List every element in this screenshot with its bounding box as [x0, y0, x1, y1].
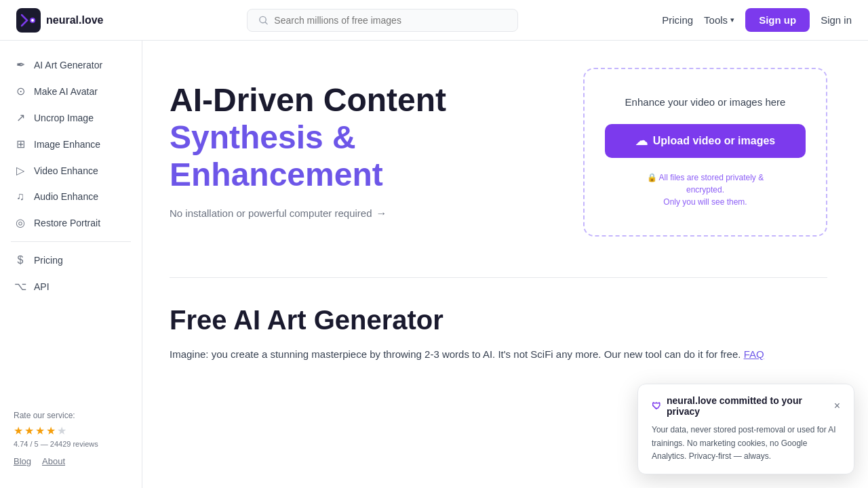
sidebar-nav: ✒ AI Art Generator ⊙ Make AI Avatar ↗ Un… — [0, 52, 142, 300]
privacy-note-line1: All files are stored privately & — [658, 173, 764, 182]
privacy-popup-header: 🛡 neural.love committed to your privacy … — [652, 395, 840, 417]
upload-card: Enhance your video or images here ☁ Uplo… — [583, 68, 827, 237]
stars: ★ ★ ★ ★ ★ — [14, 424, 128, 437]
ai-art-icon: ✒ — [14, 58, 27, 71]
star-5: ★ — [57, 424, 66, 437]
sidebar-label-api: API — [34, 281, 50, 292]
rate-label: Rate our service: — [14, 411, 128, 420]
hero-title-line3: Enhancement — [170, 156, 556, 193]
free-art-desc-text: Imagine: you create a stunning masterpie… — [170, 348, 741, 360]
audio-enhance-icon: ♫ — [14, 190, 27, 203]
signin-link[interactable]: Sign in — [821, 14, 852, 26]
upload-icon: ☁ — [635, 134, 648, 148]
sidebar-item-pricing[interactable]: $ Pricing — [0, 247, 142, 273]
pricing-icon: $ — [14, 254, 27, 266]
sidebar-label-uncrop: Uncrop Image — [34, 113, 94, 123]
svg-point-2 — [31, 19, 34, 22]
rate-section: Rate our service: ★ ★ ★ ★ ★ 4.74 / 5 — 2… — [0, 403, 142, 453]
sidebar-label-pricing: Pricing — [34, 255, 63, 266]
pricing-nav-link[interactable]: Pricing — [662, 14, 693, 26]
restore-portrait-icon: ◎ — [14, 216, 27, 229]
sidebar-item-video-enhance[interactable]: ▷ Video Enhance — [0, 157, 142, 184]
sidebar-label-restore-portrait: Restore Portrait — [34, 218, 100, 228]
video-enhance-icon: ▷ — [14, 164, 27, 177]
uncrop-icon: ↗ — [14, 111, 27, 124]
sidebar-item-image-enhance[interactable]: ⊞ Image Enhance — [0, 131, 142, 157]
upload-btn-label: Upload video or images — [653, 135, 775, 147]
logo-icon — [16, 8, 41, 33]
sidebar-item-uncrop-image[interactable]: ↗ Uncrop Image — [0, 104, 142, 131]
privacy-popup-title-text: neural.love committed to your privacy — [667, 395, 834, 417]
sidebar-label-avatar: Make AI Avatar — [34, 86, 98, 97]
header-right: Pricing Tools ▾ Sign up Sign in — [662, 8, 852, 32]
shield-icon: 🛡 — [652, 401, 661, 411]
signup-button[interactable]: Sign up — [745, 8, 810, 32]
chevron-down-icon: ▾ — [730, 16, 734, 24]
hero-text: AI-Driven Content Synthesis & Enhancemen… — [170, 68, 556, 220]
star-1: ★ — [14, 424, 23, 437]
search-icon — [258, 15, 269, 26]
avatar-icon: ⊙ — [14, 85, 27, 98]
search-bar[interactable] — [247, 9, 518, 32]
footer-link-blog[interactable]: Blog — [14, 456, 31, 466]
sidebar-label-audio-enhance: Audio Enhance — [34, 191, 98, 202]
hero-section: AI-Driven Content Synthesis & Enhancemen… — [170, 68, 827, 237]
sidebar-bottom: Rate our service: ★ ★ ★ ★ ★ 4.74 / 5 — 2… — [0, 403, 142, 477]
sidebar: ✒ AI Art Generator ⊙ Make AI Avatar ↗ Un… — [0, 41, 142, 488]
sidebar-label-image-enhance: Image Enhance — [34, 139, 100, 150]
privacy-popup: 🛡 neural.love committed to your privacy … — [637, 384, 854, 474]
hero-title-line1: AI-Driven Content — [170, 81, 556, 119]
star-4: ★ — [46, 424, 56, 437]
upload-card-title: Enhance your video or images here — [605, 96, 806, 108]
privacy-popup-body: Your data, never stored post-removal or … — [652, 424, 840, 463]
star-3: ★ — [35, 424, 45, 437]
sidebar-label-video-enhance: Video Enhance — [34, 165, 98, 176]
rate-count: 4.74 / 5 — 24429 reviews — [14, 440, 128, 448]
free-art-title: Free AI Art Generator — [170, 305, 827, 336]
lock-icon: 🔒 — [647, 173, 657, 182]
privacy-note-line2: encrypted. — [686, 185, 724, 195]
privacy-popup-title: 🛡 neural.love committed to your privacy — [652, 395, 834, 417]
sidebar-item-api[interactable]: ⌥ API — [0, 273, 142, 300]
image-enhance-icon: ⊞ — [14, 138, 27, 150]
footer-link-about[interactable]: About — [42, 456, 65, 466]
hero-subtitle-text: No installation or powerful computer req… — [170, 207, 372, 219]
tools-menu-button[interactable]: Tools ▾ — [704, 14, 734, 26]
sidebar-item-audio-enhance[interactable]: ♫ Audio Enhance — [0, 184, 142, 209]
faq-link[interactable]: FAQ — [744, 348, 764, 360]
search-input[interactable] — [274, 15, 507, 26]
logo[interactable]: neural.love — [16, 8, 103, 33]
privacy-close-button[interactable]: × — [834, 400, 840, 412]
sidebar-footer-links: Blog About — [0, 453, 142, 469]
svg-rect-0 — [16, 8, 41, 33]
hero-title-line2: Synthesis & — [170, 119, 556, 156]
sidebar-item-restore-portrait[interactable]: ◎ Restore Portrait — [0, 209, 142, 236]
free-art-section: Free AI Art Generator Imagine: you creat… — [170, 305, 827, 363]
sidebar-divider — [11, 241, 131, 242]
upload-button[interactable]: ☁ Upload video or images — [605, 124, 806, 158]
hero-subtitle: No installation or powerful computer req… — [170, 207, 556, 220]
privacy-note: 🔒 All files are stored privately & encry… — [605, 171, 806, 208]
sidebar-label-ai-art: AI Art Generator — [34, 60, 102, 70]
section-divider — [170, 277, 827, 278]
privacy-note-line3: Only you will see them. — [663, 197, 747, 207]
sidebar-item-make-ai-avatar[interactable]: ⊙ Make AI Avatar — [0, 78, 142, 104]
star-2: ★ — [24, 424, 34, 437]
api-icon: ⌥ — [14, 280, 27, 293]
header: neural.love Pricing Tools ▾ Sign up Sign… — [0, 0, 868, 41]
logo-text: neural.love — [46, 14, 103, 26]
arrow-right-icon: → — [376, 207, 387, 220]
sidebar-item-ai-art-generator[interactable]: ✒ AI Art Generator — [0, 52, 142, 78]
free-art-description: Imagine: you create a stunning masterpie… — [170, 346, 827, 363]
